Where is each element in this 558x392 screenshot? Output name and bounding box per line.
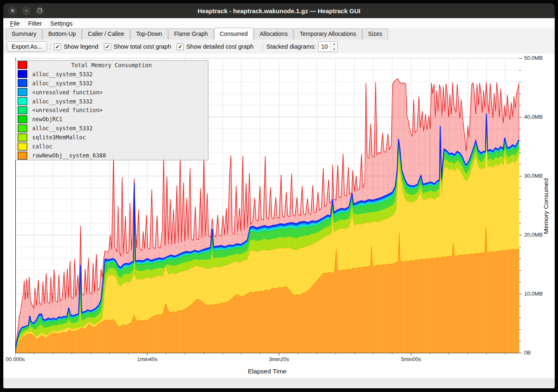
tab-bar: SummaryBottom-UpCaller / CalleeTop-DownF… [3,28,555,40]
legend-swatch [18,143,27,150]
maximize-button[interactable]: ❐ [35,7,44,15]
menu-file[interactable]: File [6,19,24,28]
heaptrack-window: ✕−❐ Heaptrack - heaptrack.wakunode.1.gz … [0,0,558,392]
y-axis-tick [519,247,521,247]
toolbar-separator [50,42,51,51]
export-as-button[interactable]: Export As... [7,41,47,52]
y-axis-tick [519,94,521,94]
y-axis-tick [519,341,521,341]
y-axis-tick-label: 20,0MB [524,232,543,238]
legend-swatch [18,97,27,105]
x-axis-tick-label: 1min40s [129,356,166,362]
legend-item: calloc [16,142,208,151]
checkbox-box[interactable]: ✓ [177,43,184,50]
legend-item: alloc__system_5332 [16,124,208,133]
window-title: Heaptrack - heaptrack.wakunode.1.gz — He… [3,7,555,14]
y-axis-tick-label: 50,0MB [524,55,543,61]
legend-item-label: <unresolved function> [32,89,103,96]
tab-allocations[interactable]: Allocations [254,28,293,40]
y-axis-tick [519,153,521,153]
tab-top-down[interactable]: Top-Down [130,28,168,40]
legend-item: <unresolved function> [16,106,208,115]
x-axis-tick-label: 5min00s [392,356,430,362]
checkbox-label: Show detailed cost graph [186,43,253,50]
legend-title-row: Total Memory Consumption [16,61,208,70]
legend-item-label: alloc__system_5332 [32,80,92,87]
x-axis-tick-label: 3min20s [260,356,298,362]
spin-arrows: ▲ ▼ [330,42,337,52]
y-axis-tick [519,223,521,223]
legend-swatch [18,134,27,141]
checkbox-show-detailed-cost-graph[interactable]: ✓Show detailed cost graph [177,43,253,50]
window-controls: ✕−❐ [3,7,44,15]
y-axis-title: Memory Consumed [542,146,551,266]
y-axis-tick [519,200,521,200]
checkbox-label: Show legend [64,43,98,50]
tab-caller-callee[interactable]: Caller / Callee [82,28,130,40]
y-axis-tick [519,188,521,188]
toolbar-separator [262,42,263,51]
toolbar-checkboxes: ✓Show legend✓Show total cost graph✓Show … [54,43,259,50]
legend-item: alloc__system_5332 [16,79,208,88]
spin-down-icon[interactable]: ▼ [331,47,337,52]
y-axis-tick [519,294,522,294]
legend-item-label: calloc [32,143,52,150]
legend-swatch [18,88,27,96]
y-axis-tick [519,329,521,330]
y-axis-tick [519,282,521,282]
legend-swatch [18,70,27,78]
y-axis-tick [519,211,521,212]
tab-temporary-allocations[interactable]: Temporary Allocations [294,28,362,40]
close-button[interactable]: ✕ [8,7,17,15]
checkbox-label: Show total cost graph [113,43,171,50]
x-axis-title: Elapsed Time [15,368,519,375]
legend-item-label: alloc__system_5332 [32,98,92,105]
chart-legend: Total Memory Consumptionalloc__system_53… [15,60,208,160]
tab-flame-graph[interactable]: Flame Graph [168,28,214,40]
tab-bottom-up[interactable]: Bottom-Up [43,28,82,40]
legend-item-label: alloc__system_5332 [32,125,92,131]
titlebar[interactable]: ✕−❐ Heaptrack - heaptrack.wakunode.1.gz … [3,3,555,18]
legend-swatch [18,79,27,87]
legend-swatch [18,115,27,123]
y-axis-tick [519,70,521,70]
y-axis-tick [519,164,521,164]
statusbar [3,378,555,388]
legend-item-label: rawNewObj__system_6388 [32,152,106,159]
legend-title: Total Memory Consumption [15,62,208,68]
minimize-button[interactable]: − [22,7,31,15]
y-axis-tick [519,258,521,259]
x-axis-tick-label: 00.000s [0,356,34,362]
y-axis-tick [519,105,521,106]
legend-item-label: newObjRC1 [32,116,62,122]
tab-consumed[interactable]: Consumed [214,28,254,40]
y-axis-tick [519,306,521,306]
y-axis-tick-label: 0B [524,350,531,356]
checkbox-show-legend[interactable]: ✓Show legend [54,43,98,50]
legend-item-label: alloc__system_5332 [32,71,92,77]
menu-filter[interactable]: Filter [24,19,46,28]
y-axis-tick [519,58,522,59]
stacked-diagrams-value[interactable]: 10 [319,42,330,52]
tab-sizes[interactable]: Sizes [362,28,388,40]
legend-item: alloc__system_5332 [16,70,208,79]
checkbox-show-total-cost-graph[interactable]: ✓Show total cost graph [104,43,171,50]
tab-summary[interactable]: Summary [6,28,42,40]
y-axis-tick [519,129,521,129]
checkbox-box[interactable]: ✓ [54,43,61,50]
spin-up-icon[interactable]: ▲ [331,42,337,47]
legend-item-label: sqlite3MemMalloc [32,134,86,141]
legend-item: rawNewObj__system_6388 [16,151,208,160]
checkbox-box[interactable]: ✓ [104,43,111,50]
y-axis-tick [519,82,521,82]
y-axis-tick [519,235,522,235]
y-axis-tick-label: 40,0MB [524,114,543,120]
legend-item: <unresolved function> [16,88,208,97]
legend-item-label: <unresolved function> [32,107,103,113]
y-axis-tick [519,317,521,318]
legend-item: newObjRC1 [16,115,208,124]
stacked-diagrams-spinbox[interactable]: 10 ▲ ▼ [318,41,338,52]
menu-settings[interactable]: Settings [46,19,77,28]
legend-swatch [18,124,27,132]
y-axis-tick-label: 10,0MB [524,291,543,297]
